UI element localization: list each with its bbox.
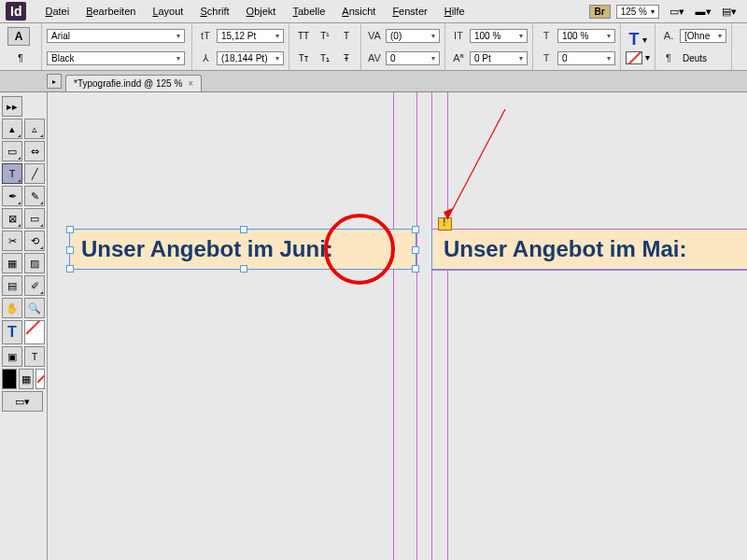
tab-scroll-icon[interactable]: ▸ (47, 74, 62, 89)
apply-color-icon[interactable] (2, 369, 17, 389)
vscale-icon: IT (450, 28, 467, 43)
direct-select-tool[interactable]: ▵ (24, 119, 45, 139)
screen-mode-icon[interactable]: ▬▾ (692, 2, 714, 21)
baseline-icon: Aª (450, 50, 467, 65)
charstyle-icon: A. (660, 28, 677, 43)
smallcaps-button[interactable]: Tт (294, 49, 313, 66)
pencil-tool[interactable]: ✎ (24, 186, 45, 206)
transform-tool[interactable]: ⟲ (24, 231, 45, 251)
guide-h[interactable] (431, 270, 747, 271)
lang-label: Deuts (680, 52, 710, 64)
tool-panel: ▸▸ ▴ ▵ ▭ ⇔ T ╱ ✒ ✎ ⊠ ▭ ✂ ⟲ ▦ ▨ ▤ (0, 92, 48, 560)
svg-line-0 (447, 109, 505, 219)
stroke-dropdown-icon[interactable]: ▾ (645, 52, 650, 63)
tabbar: ▸ *Typografie.indd @ 125 % × (0, 71, 747, 92)
strike-button[interactable]: Ŧ (337, 49, 356, 66)
char-mode-icon[interactable]: A (7, 27, 30, 46)
tab-title: *Typografie.indd @ 125 % (74, 78, 182, 89)
scissors-tool[interactable]: ✂ (2, 231, 22, 251)
menu-fenster[interactable]: Fenster (385, 3, 434, 20)
fill-dropdown-icon[interactable]: ▾ (642, 35, 647, 45)
menu-schrift[interactable]: Schrift (192, 3, 236, 20)
guide-v[interactable] (416, 92, 417, 560)
gap-tool[interactable]: ⇔ (24, 141, 45, 161)
gradient-feather-tool[interactable]: ▨ (24, 253, 45, 273)
zoom-tool[interactable]: 🔍 (24, 298, 45, 318)
para-mode-icon[interactable]: ¶ (11, 50, 30, 67)
bridge-button[interactable]: Br (589, 5, 611, 19)
view-mode-icon[interactable]: ▭▾ (666, 2, 688, 21)
skew-select[interactable]: 0 (557, 51, 615, 65)
fill-proxy[interactable]: T (2, 320, 22, 344)
baseline-select[interactable]: 0 Pt (470, 51, 528, 65)
page-tool[interactable]: ▭ (2, 141, 22, 161)
note-tool[interactable]: ▤ (2, 275, 22, 296)
weight-select[interactable]: Black (47, 51, 185, 65)
menu-hilfe[interactable]: Hilfe (437, 3, 472, 20)
tracking-select[interactable]: 0 (386, 51, 440, 65)
pen-tool[interactable]: ✒ (2, 186, 22, 206)
menu-bearbeiten[interactable]: Bearbeiten (78, 3, 143, 20)
hscale-icon: T (538, 28, 555, 43)
leading-select[interactable]: (18,144 Pt) (217, 51, 284, 65)
document-tab[interactable]: *Typografie.indd @ 125 % × (65, 75, 202, 91)
control-bar: A ¶ Arial Black tT15,12 Pt ⅄(18,144 Pt) … (0, 23, 747, 71)
annotation-arrow (440, 109, 514, 231)
text-left: Unser Angebot im Juni: (81, 236, 333, 262)
allcaps-button[interactable]: TT (294, 27, 313, 44)
subscript-button[interactable]: T₁ (316, 49, 334, 66)
close-tab-icon[interactable]: × (188, 78, 193, 89)
fill-proxy-icon[interactable]: T (629, 30, 640, 49)
font-size-icon: tT (197, 28, 214, 43)
tracking-icon: AV (366, 50, 383, 65)
menu-objekt[interactable]: Objekt (239, 3, 284, 20)
guide-v[interactable] (393, 92, 394, 560)
stroke-swatch[interactable] (626, 51, 642, 64)
app-logo: Id (6, 2, 26, 21)
underline-button[interactable]: T (337, 27, 356, 44)
pilcrow-icon: ¶ (660, 50, 677, 65)
text-frame-right[interactable]: Unser Angebot im Mai: (431, 229, 747, 270)
menu-ansicht[interactable]: Ansicht (334, 3, 383, 20)
selection-tool[interactable]: ▴ (2, 119, 22, 139)
font-select[interactable]: Arial (47, 29, 185, 43)
annotation-circle (324, 214, 395, 285)
char-style-select[interactable]: [Ohne (680, 29, 726, 43)
skew-icon: T (538, 50, 555, 65)
leading-icon: ⅄ (197, 50, 214, 65)
line-tool[interactable]: ╱ (24, 163, 45, 184)
superscript-button[interactable]: T¹ (316, 27, 334, 44)
text-right: Unser Angebot im Mai: (444, 236, 686, 262)
vscale-select[interactable]: 100 % (470, 29, 528, 43)
apply-gradient-icon[interactable]: ▦ (19, 369, 34, 389)
eyedropper-tool[interactable]: ✐ (24, 275, 45, 296)
arrange-icon[interactable]: ▤▾ (718, 2, 740, 21)
type-tool[interactable]: T (2, 163, 22, 184)
apply-text-icon[interactable]: T (24, 346, 45, 367)
menu-layout[interactable]: Layout (145, 3, 190, 20)
rect-tool[interactable]: ▭ (24, 208, 45, 229)
canvas[interactable]: Unser Angebot im Juni: Unser Angebot im … (48, 92, 747, 560)
menu-tabelle[interactable]: Tabelle (285, 3, 332, 20)
apply-none-icon[interactable] (35, 369, 45, 389)
hscale-select[interactable]: 100 % (557, 29, 615, 43)
stroke-proxy[interactable] (24, 320, 45, 344)
view-mode-tool[interactable]: ▭▾ (2, 391, 43, 412)
rect-frame-tool[interactable]: ⊠ (2, 208, 22, 229)
expand-icon[interactable]: ▸▸ (2, 96, 22, 117)
hand-tool[interactable]: ✋ (2, 298, 22, 318)
menu-datei[interactable]: Datei (37, 3, 77, 20)
kerning-select[interactable]: (0) (386, 29, 440, 43)
kerning-icon: VA (366, 28, 383, 43)
apply-container-icon[interactable]: ▣ (2, 346, 22, 367)
menubar: Id Datei Bearbeiten Layout Schrift Objek… (0, 0, 747, 23)
guide-spine[interactable] (431, 92, 432, 560)
font-size-select[interactable]: 15,12 Pt (217, 29, 284, 43)
zoom-select[interactable]: 125 % (616, 5, 659, 19)
gradient-tool[interactable]: ▦ (2, 253, 22, 273)
